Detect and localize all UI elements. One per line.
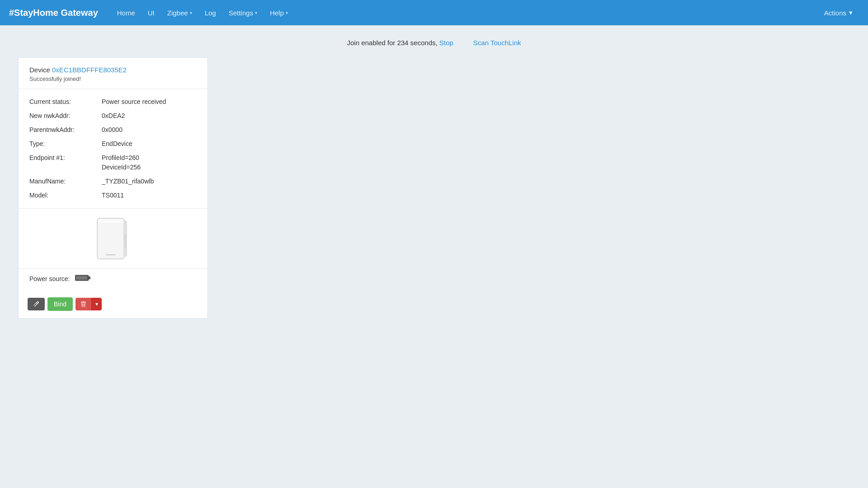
delete-caret-icon: ▾	[95, 301, 98, 307]
detail-label-current-status: Current status:	[29, 97, 102, 107]
nav-item-home[interactable]: Home	[112, 5, 141, 20]
detail-label-nwkaddr: New nwkAddr:	[29, 111, 102, 121]
main-content: Join enabled for 234 seconds, Stop Scan …	[0, 25, 868, 332]
nav-item-log[interactable]: Log	[199, 5, 222, 20]
device-header: Device 0xEC1BBDFFFE8035E2 Successfully j…	[19, 58, 208, 89]
navbar: #StayHome Gateway Home UI Zigbee ▾ Log S…	[0, 0, 868, 25]
device-title: Device 0xEC1BBDFFFE8035E2	[29, 66, 197, 74]
detail-label-parentnwkaddr: ParentnwkAddr:	[29, 125, 102, 135]
detail-value-manufname: _TYZB01_rifa0wlb	[102, 177, 154, 186]
delete-button-group: ▾	[75, 298, 102, 310]
detail-value-model: TS0011	[102, 191, 124, 200]
detail-value-nwkaddr: 0xDEA2	[102, 111, 125, 121]
nav-item-ui[interactable]: UI	[142, 5, 160, 20]
svg-rect-0	[97, 218, 124, 259]
edit-button[interactable]	[28, 298, 45, 310]
detail-row-manufname: ManufName: _TYZB01_rifa0wlb	[29, 177, 197, 186]
power-source-row: Power source:	[19, 268, 208, 290]
nav-item-settings[interactable]: Settings ▾	[223, 5, 263, 20]
power-source-icon	[75, 274, 91, 283]
device-joined-status: Successfully joined!	[29, 75, 197, 82]
actions-dropdown-icon: ▾	[849, 9, 853, 17]
scan-touchlink-link[interactable]: Scan TouchLink	[473, 39, 521, 47]
stop-link[interactable]: Stop	[439, 39, 453, 47]
help-dropdown-icon: ▾	[286, 10, 288, 15]
trash-icon	[80, 301, 86, 307]
detail-value-type: EndDevice	[102, 139, 132, 149]
bind-button[interactable]: Bind	[47, 297, 73, 311]
device-id-link[interactable]: 0xEC1BBDFFFE8035E2	[52, 66, 127, 74]
card-actions: Bind ▾	[19, 290, 208, 318]
svg-rect-6	[76, 276, 87, 280]
detail-value-parentnwkaddr: 0x0000	[102, 125, 123, 135]
detail-label-endpoint: Endpoint #1:	[29, 153, 102, 172]
detail-row-nwkaddr: New nwkAddr: 0xDEA2	[29, 111, 197, 121]
edit-icon	[33, 301, 39, 307]
detail-row-endpoint: Endpoint #1: ProfileId=260DeviceId=256	[29, 153, 197, 172]
delete-dropdown-button[interactable]: ▾	[91, 298, 102, 310]
nav-item-help[interactable]: Help ▾	[264, 5, 293, 20]
detail-label-manufname: ManufName:	[29, 177, 102, 186]
svg-rect-2	[98, 219, 123, 223]
join-status-bar: Join enabled for 234 seconds, Stop Scan …	[18, 39, 850, 47]
device-image-area	[19, 209, 208, 268]
app-brand[interactable]: #StayHome Gateway	[9, 8, 98, 18]
detail-value-endpoint: ProfileId=260DeviceId=256	[102, 153, 141, 172]
power-source-label: Power source:	[29, 275, 70, 282]
detail-row-current-status: Current status: Power source received	[29, 97, 197, 107]
actions-button[interactable]: Actions ▾	[818, 5, 859, 20]
navbar-right: Actions ▾	[818, 5, 859, 20]
detail-row-type: Type: EndDevice	[29, 139, 197, 149]
detail-value-current-status: Power source received	[102, 97, 166, 107]
detail-row-model: Model: TS0011	[29, 191, 197, 200]
detail-label-type: Type:	[29, 139, 102, 149]
nav-menu: Home UI Zigbee ▾ Log Settings ▾ Help ▾	[112, 5, 818, 20]
device-prefix: Device	[29, 66, 50, 74]
detail-label-model: Model:	[29, 191, 102, 200]
nav-item-zigbee[interactable]: Zigbee ▾	[162, 5, 198, 20]
zigbee-dropdown-icon: ▾	[190, 10, 192, 15]
svg-rect-7	[89, 277, 90, 279]
device-details-section: Current status: Power source received Ne…	[19, 89, 208, 209]
device-card: Device 0xEC1BBDFFFE8035E2 Successfully j…	[18, 57, 208, 319]
device-image	[93, 216, 133, 261]
join-status-text: Join enabled for 234 seconds,	[347, 39, 438, 47]
settings-dropdown-icon: ▾	[255, 10, 257, 15]
delete-button[interactable]	[75, 298, 91, 310]
detail-row-parentnwkaddr: ParentnwkAddr: 0x0000	[29, 125, 197, 135]
